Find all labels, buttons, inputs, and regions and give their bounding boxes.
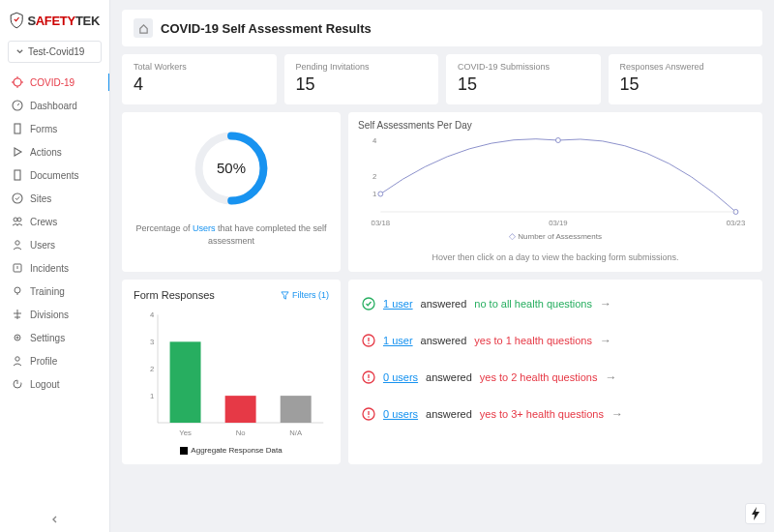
svg-rect-9 [15, 170, 20, 180]
sidebar-item-label: Dashboard [30, 101, 77, 111]
sidebar-item-label: Profile [30, 356, 57, 367]
sidebar-item-divisions[interactable]: Divisions [0, 303, 109, 326]
stat-value: 15 [620, 74, 752, 95]
response-tail: no to all health questions [474, 298, 592, 310]
tree-icon [12, 309, 23, 320]
svg-rect-7 [15, 124, 20, 133]
response-mid: answered [426, 408, 472, 420]
stat-label: Pending Invitations [296, 62, 428, 72]
sidebar-item-label: COVID-19 [30, 77, 74, 88]
brand-logo: SAFETYTEK [0, 0, 109, 37]
line-hint: Hover then click on a day to view the ba… [358, 252, 753, 262]
sidebar-item-logout[interactable]: Logout [0, 372, 109, 396]
user-icon [12, 355, 23, 367]
svg-point-10 [13, 193, 22, 203]
sidebar: SAFETYTEK Test-Covid19 COVID-19Dashboard… [0, 0, 110, 532]
svg-point-57 [368, 416, 370, 418]
virus-icon [12, 76, 23, 88]
alert-circle-icon [362, 334, 375, 347]
svg-text:4: 4 [150, 310, 155, 319]
brand-text: SAFETYTEK [27, 14, 100, 28]
response-row[interactable]: 0 users answered yes to 3+ health questi… [362, 407, 749, 421]
doc-icon [12, 123, 23, 134]
page-title: COVID-19 Self Assessment Results [161, 21, 372, 36]
home-icon [134, 18, 153, 38]
bar-chart-card: Form Responses Filters (1) 1234YesNoN/A … [122, 280, 341, 464]
power-icon [12, 378, 23, 390]
sidebar-item-training[interactable]: Training [0, 280, 109, 303]
sidebar-item-users[interactable]: Users [0, 233, 109, 256]
svg-point-35 [378, 192, 383, 196]
bar [281, 396, 312, 423]
check-circle-icon [362, 297, 375, 310]
svg-point-16 [15, 287, 20, 293]
svg-point-11 [14, 218, 17, 222]
sidebar-item-label: Forms [30, 124, 57, 134]
sidebar-item-documents[interactable]: Documents [0, 163, 109, 187]
svg-point-13 [15, 241, 19, 245]
gear-icon [12, 332, 23, 343]
gauge-icon [12, 100, 23, 111]
svg-point-21 [15, 335, 20, 340]
gauge-users-link[interactable]: Users [193, 223, 216, 233]
sidebar-item-covid-19[interactable]: COVID-19 [0, 71, 109, 94]
project-selector[interactable]: Test-Covid19 [8, 41, 102, 63]
filter-icon [281, 291, 289, 300]
sidebar-item-settings[interactable]: Settings [0, 326, 109, 349]
user-icon [12, 239, 23, 251]
filters-button[interactable]: Filters (1) [281, 290, 329, 300]
sidebar-item-dashboard[interactable]: Dashboard [0, 94, 109, 117]
svg-text:2: 2 [372, 172, 376, 181]
svg-text:2: 2 [150, 365, 154, 373]
sidebar-item-label: Divisions [30, 310, 69, 320]
svg-text:03/19: 03/19 [549, 219, 567, 227]
assessments-line-chart[interactable]: 12403/1803/1903/23 [358, 133, 753, 229]
quick-action-button[interactable] [745, 503, 766, 524]
svg-marker-8 [15, 148, 21, 156]
response-user-link[interactable]: 0 users [383, 371, 418, 383]
response-tail: yes to 1 health questions [474, 335, 592, 346]
stat-label: Total Workers [134, 62, 265, 72]
svg-text:50%: 50% [217, 160, 246, 176]
response-row[interactable]: 1 user answered no to all health questio… [362, 297, 749, 310]
response-user-link[interactable]: 1 user [383, 335, 413, 346]
svg-text:No: No [236, 429, 246, 437]
response-tail: yes to 2 health questions [480, 371, 598, 383]
arrow-right-icon: → [600, 297, 611, 310]
play-icon [12, 146, 23, 158]
alert-icon [12, 262, 23, 274]
response-user-link[interactable]: 1 user [383, 298, 413, 310]
svg-line-6 [17, 103, 19, 105]
response-mid: answered [421, 335, 467, 346]
sidebar-item-sites[interactable]: Sites [0, 187, 109, 210]
sidebar-item-incidents[interactable]: Incidents [0, 256, 109, 280]
sidebar-item-label: Actions [30, 147, 62, 158]
sidebar-item-actions[interactable]: Actions [0, 140, 109, 163]
bar-legend: Aggregate Response Data [134, 446, 329, 455]
bolt-icon [751, 507, 760, 520]
sidebar-item-profile[interactable]: Profile [0, 349, 109, 372]
alert-circle-icon [362, 370, 375, 384]
line-chart-card: Self Assessments Per Day 12403/1803/1903… [348, 112, 762, 272]
alert-circle-icon [362, 407, 375, 421]
sidebar-collapse[interactable] [0, 509, 109, 532]
svg-text:4: 4 [372, 136, 377, 145]
response-user-link[interactable]: 0 users [383, 408, 418, 420]
sidebar-item-crews[interactable]: Crews [0, 210, 109, 233]
stat-card: Total Workers4 [122, 54, 277, 104]
response-row[interactable]: 0 users answered yes to 2 health questio… [362, 370, 749, 384]
svg-text:N/A: N/A [289, 429, 303, 437]
chevron-left-icon [50, 515, 60, 524]
chevron-down-icon [15, 47, 24, 56]
stat-card: Pending Invitations15 [284, 54, 439, 104]
stat-label: Responses Answered [620, 62, 752, 72]
svg-point-22 [16, 337, 18, 339]
svg-point-51 [368, 342, 370, 344]
sidebar-item-label: Incidents [30, 263, 69, 274]
page-header: COVID-19 Self Assessment Results [122, 10, 762, 46]
sidebar-item-forms[interactable]: Forms [0, 117, 109, 140]
response-row[interactable]: 1 user answered yes to 1 health question… [362, 334, 749, 347]
bulb-icon [12, 285, 23, 297]
stat-label: COVID-19 Submissions [458, 62, 589, 72]
sidebar-item-label: Training [30, 286, 65, 297]
